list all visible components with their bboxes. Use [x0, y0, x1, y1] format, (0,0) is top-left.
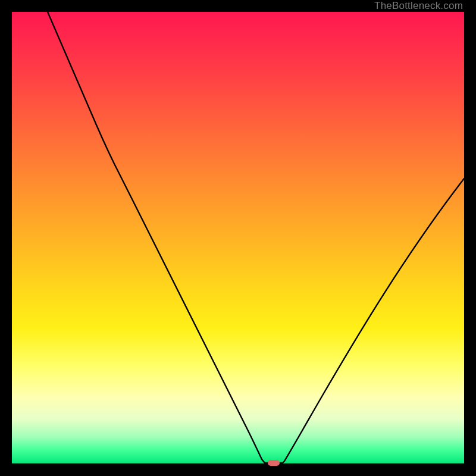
curve-path — [48, 12, 464, 463]
bottleneck-curve — [12, 12, 464, 464]
chart-frame: TheBottleneck.com — [0, 0, 476, 476]
watermark-text: TheBottleneck.com — [374, 0, 463, 12]
optimal-marker — [268, 460, 280, 466]
